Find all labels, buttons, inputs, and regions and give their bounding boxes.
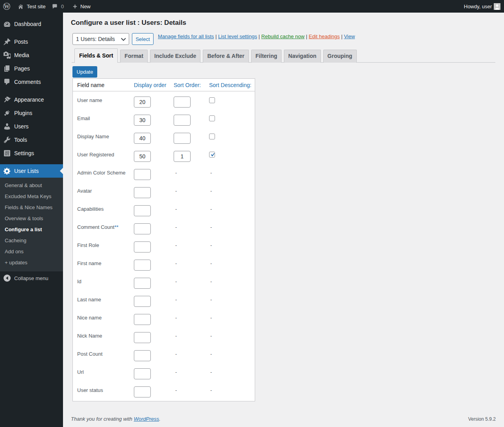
svg-text:W: W <box>4 3 10 9</box>
